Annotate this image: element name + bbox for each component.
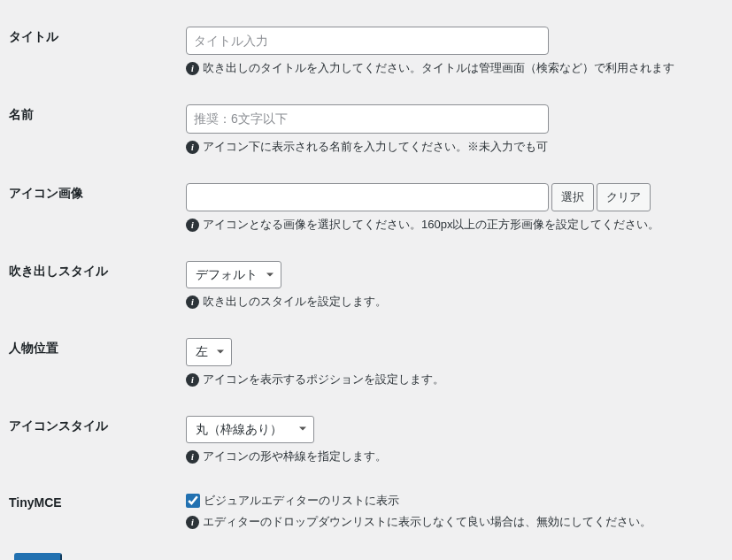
icon-style-select[interactable]: 丸（枠線あり） <box>186 416 314 443</box>
icon-image-label: アイコン画像 <box>9 173 186 250</box>
name-description: i アイコン下に表示される名前を入力してください。※未入力でも可 <box>186 139 714 155</box>
position-description: i アイコンを表示するポジションを設定します。 <box>186 372 714 387</box>
tinymce-checkbox-label: ビジュアルエディターのリストに表示 <box>204 493 399 509</box>
position-label: 人物位置 <box>9 327 186 404</box>
info-icon: i <box>186 295 199 309</box>
title-description: i 吹き出しのタイトルを入力してください。タイトルは管理画面（検索など）で利用さ… <box>186 60 714 76</box>
icon-image-input[interactable] <box>186 183 549 211</box>
icon-style-description: i アイコンの形や枠線を指定します。 <box>186 449 714 464</box>
position-select[interactable]: 左 <box>186 338 232 365</box>
info-icon: i <box>186 373 199 387</box>
balloon-style-select[interactable]: デフォルト <box>186 261 281 288</box>
tinymce-label: TinyMCE <box>9 482 186 548</box>
save-button[interactable]: 保存 <box>14 553 62 560</box>
info-icon: i <box>186 141 199 154</box>
info-icon: i <box>186 219 199 232</box>
balloon-style-label: 吹き出しスタイル <box>9 250 186 327</box>
settings-form-table: タイトル i 吹き出しのタイトルを入力してください。タイトルは管理画面（検索など… <box>9 16 723 548</box>
clear-image-button[interactable]: クリア <box>597 183 651 211</box>
name-label: 名前 <box>9 94 186 172</box>
info-icon: i <box>186 62 199 75</box>
info-icon: i <box>186 516 199 529</box>
title-label: タイトル <box>9 16 186 94</box>
icon-image-description: i アイコンとなる画像を選択してください。160px以上の正方形画像を設定してく… <box>186 217 714 233</box>
tinymce-description: i エディターのドロップダウンリストに表示しなくて良い場合は、無効にしてください… <box>186 514 714 530</box>
icon-style-label: アイコンスタイル <box>9 405 186 482</box>
select-image-button[interactable]: 選択 <box>551 183 594 211</box>
balloon-style-description: i 吹き出しのスタイルを設定します。 <box>186 294 714 310</box>
tinymce-checkbox[interactable] <box>186 494 200 508</box>
info-icon: i <box>186 450 199 464</box>
title-input[interactable] <box>186 27 549 55</box>
name-input[interactable] <box>186 104 549 133</box>
